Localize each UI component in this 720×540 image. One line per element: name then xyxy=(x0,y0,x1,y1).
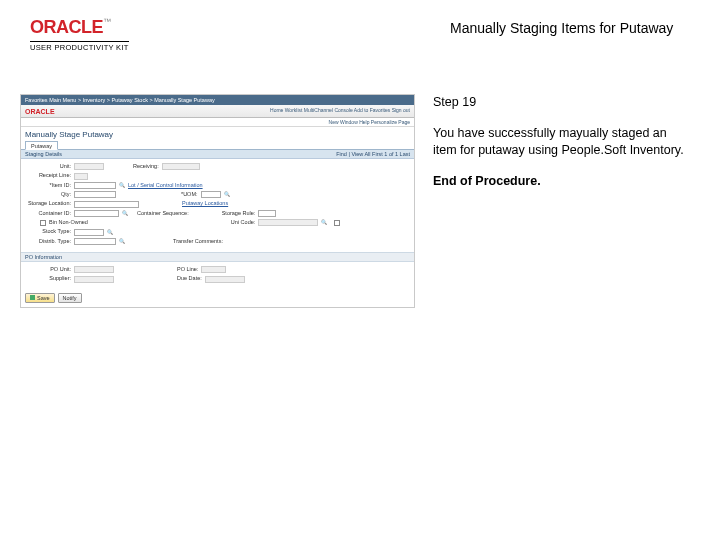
banner-nav: Home Worklist MultiChannel Console Add t… xyxy=(270,107,410,113)
save-label: Save xyxy=(37,295,50,301)
item-id-label: *Item ID: xyxy=(25,181,71,190)
storage-rule-field[interactable] xyxy=(258,210,276,217)
notify-label: Notify xyxy=(63,295,77,301)
receiving-label: Receiving: xyxy=(133,162,159,171)
component-heading: Manually Stage Putaway xyxy=(21,127,414,140)
supplier-field xyxy=(74,276,114,283)
tab-putaway[interactable]: Putaway xyxy=(25,141,58,150)
storage-rule-label: Storage Rule: xyxy=(222,209,256,218)
save-button[interactable]: Save xyxy=(25,293,55,303)
qty-field[interactable] xyxy=(74,191,116,198)
container-id-field[interactable] xyxy=(74,210,119,217)
lookup-icon[interactable]: 🔍 xyxy=(122,209,128,218)
transfer-comments-label: Transfer Comments: xyxy=(173,237,223,246)
po-unit-field xyxy=(74,266,114,273)
due-date-field xyxy=(205,276,245,283)
quarantine-checkbox[interactable] xyxy=(334,220,340,226)
storage-location-label: Storage Location: xyxy=(25,199,71,208)
content-columns: Favorites Main Menu > Inventory > Putawa… xyxy=(0,54,720,308)
peoplesoft-app: Favorites Main Menu > Inventory > Putawa… xyxy=(20,94,415,308)
lookup-icon[interactable]: 🔍 xyxy=(321,218,327,227)
stock-type-field[interactable] xyxy=(74,229,104,236)
stock-type-label: Stock Type: xyxy=(25,227,71,236)
staging-details-bar: Staging Details Find | View All First 1 … xyxy=(21,150,414,159)
item-id-field[interactable] xyxy=(74,182,116,189)
po-form: PO Unit: PO Line: Supplier: Due Date: xyxy=(21,262,414,290)
container-id-label: Container ID: xyxy=(25,209,71,218)
window-toolbar: New Window Help Personalize Page xyxy=(21,118,414,127)
end-of-procedure: End of Procedure. xyxy=(433,173,690,190)
oracle-logo: ORACLE™ xyxy=(30,18,180,36)
unit-label: Unit: xyxy=(25,162,71,171)
receiving-field xyxy=(162,163,200,170)
step-label: Step 19 xyxy=(433,94,690,111)
receipt-line-label: Receipt Line: xyxy=(25,171,71,180)
instruction-body: You have successfully mayually staged an… xyxy=(433,125,690,159)
instruction-column: Step 19 You have successfully mayually s… xyxy=(433,94,690,308)
lot-serial-link[interactable]: Lot / Serial Control Information xyxy=(128,181,203,190)
tab-row: Putaway xyxy=(21,140,414,150)
section-title: Staging Details xyxy=(25,151,62,157)
uni-code-field xyxy=(258,219,318,226)
page-header: ORACLE™ USER PRODUCTIVITY KIT Manually S… xyxy=(0,0,720,54)
bin-non-owned-label: Bin Non-Owned xyxy=(49,218,88,227)
oracle-logo-block: ORACLE™ USER PRODUCTIVITY KIT xyxy=(30,18,180,54)
due-date-label: Due Date: xyxy=(177,274,202,283)
distrib-type-label: Distrib. Type: xyxy=(25,237,71,246)
section-pager: Find | View All First 1 of 1 Last xyxy=(336,151,410,157)
uni-code-label: Uni Code: xyxy=(231,218,255,227)
breadcrumb-bar: Favorites Main Menu > Inventory > Putawa… xyxy=(21,95,414,105)
action-bar: Save Notify xyxy=(21,290,414,307)
page-title: Manually Staging Items for Putaway xyxy=(180,18,690,36)
staging-form: Unit: Receiving: Receipt Line: *Item ID:… xyxy=(21,159,414,252)
receipt-line-field xyxy=(74,173,88,180)
lookup-icon[interactable]: 🔍 xyxy=(119,181,125,190)
app-banner: ORACLE Home Worklist MultiChannel Consol… xyxy=(21,105,414,118)
po-info-header: PO Information xyxy=(21,252,414,262)
po-line-label: PO Line: xyxy=(177,265,198,274)
save-icon xyxy=(30,295,35,300)
lookup-icon[interactable]: 🔍 xyxy=(224,190,230,199)
trademark: ™ xyxy=(103,17,111,26)
distrib-type-field[interactable] xyxy=(74,238,116,245)
container-seq-label: Container Sequence: xyxy=(137,209,189,218)
po-unit-label: PO Unit: xyxy=(25,265,71,274)
oracle-logo-text: ORACLE xyxy=(30,17,103,37)
putaway-locations-link[interactable]: Putaway Locations xyxy=(182,199,228,208)
lookup-icon[interactable]: 🔍 xyxy=(119,237,125,246)
screenshot-column: Favorites Main Menu > Inventory > Putawa… xyxy=(20,94,415,308)
upk-label: USER PRODUCTIVITY KIT xyxy=(30,41,129,52)
uom-field[interactable] xyxy=(201,191,221,198)
po-line-field xyxy=(201,266,226,273)
unit-field xyxy=(74,163,104,170)
storage-location-field[interactable] xyxy=(74,201,139,208)
notify-button[interactable]: Notify xyxy=(58,293,82,303)
banner-logo: ORACLE xyxy=(25,108,55,115)
lookup-icon[interactable]: 🔍 xyxy=(107,228,113,237)
bin-non-owned-checkbox[interactable] xyxy=(40,220,46,226)
qty-label: Qty: xyxy=(25,190,71,199)
uom-label: *UOM: xyxy=(181,190,198,199)
supplier-label: Supplier: xyxy=(25,274,71,283)
